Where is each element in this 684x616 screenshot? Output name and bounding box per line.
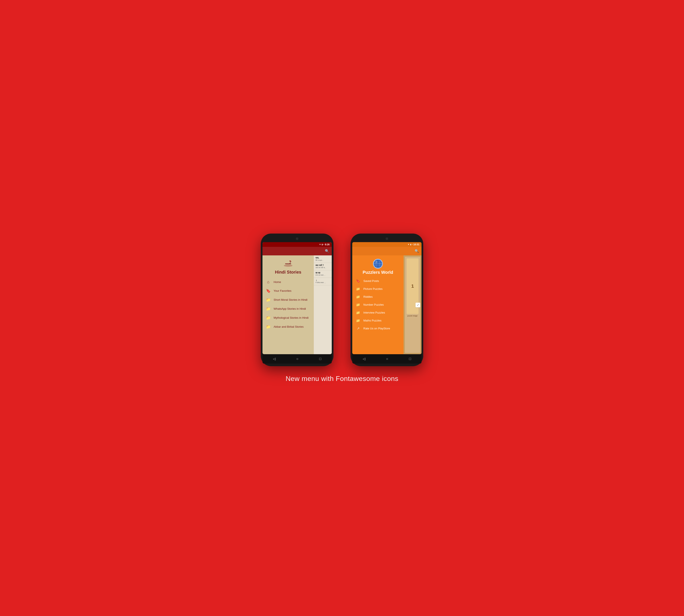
akbar-label: Akbar and Birbal Stories [274,325,303,328]
whatsapp-label: WhatsApp Stories in Hindi [274,307,306,310]
story-card-3[interactable]: का खा तना धन कल ... [314,270,332,278]
story-card-1-text: एक coupl... [316,259,330,261]
mythological-label: Mythological Stories in Hindi [274,316,309,319]
saved-posts-label: Saved Posts [363,279,379,283]
phone2-content: Puzzlers World 🔖 Saved Posts 📁 Picture P… [352,256,421,354]
wifi-icon-2: ▼ [408,243,410,245]
favorites-label: Your Favorites [274,289,291,292]
svg-rect-1 [285,264,291,264]
phone2-status-icons: ▼ ▮ ▪ [408,243,413,245]
home-icon: ⌂ [266,280,271,284]
phone2-toolbar: 🔍 [352,247,421,256]
story-card-3-title: का खा [316,272,330,274]
wifi-icon: ▼ [319,243,321,245]
drawer-item-riddles[interactable]: 📁 Riddles [352,293,404,301]
page-caption: New menu with Fontawesome icons [286,375,398,383]
drawer-item-interview[interactable]: 📁 Interview Puzzles [352,309,404,316]
phone1-status-bar: ▼ ▮ ▪ 8:26 [263,242,332,247]
story-card-2[interactable]: क्या नायें ? अब! तब सते स... [314,263,332,270]
phone2-shell: ▼ ▮ ▪ 10:31 🔍 [350,234,423,366]
puzzle-description: puzzle image [407,314,418,317]
drawer-header: Hindi Stories [263,256,314,278]
folder-icon-9: 📁 [356,318,360,323]
external-link-icon: ↗ [356,326,360,330]
story-card-2-text: अब! तब सते स... [316,267,330,269]
interview-puzzles-label: Interview Puzzles [363,311,385,314]
app-logo [283,260,293,269]
phone1-main-content: पापा, एक coupl... क्या नायें ? अब! तब सत… [314,256,332,354]
recents-button[interactable]: □ [319,357,321,361]
phone1-status-icons: ▼ ▮ ▪ [319,243,324,245]
search-icon[interactable]: 🔍 [325,249,329,253]
drawer-item-mythological[interactable]: 📁 Mythological Stories in Hindi [263,313,314,322]
home-button-2[interactable]: ○ [386,357,388,361]
phone2-nav-bar: ◁ ○ □ [352,354,421,364]
riddles-label: Riddles [363,295,372,299]
story-card-1-title: पापा, [316,257,330,259]
home-button[interactable]: ○ [296,357,298,361]
drawer-item-picture[interactable]: 📁 Picture Puzzles [352,285,404,293]
svg-point-0 [284,265,292,267]
folder-icon-4: 📁 [266,325,271,329]
battery-icon-2: ▪ [412,243,413,245]
phone1-content: Hindi Stories ⌂ Home 🔖 Your Favorites 📁 … [263,256,332,354]
rate-playstore-label: Rate Us on PlayStore [363,327,390,330]
phone2-screen: ▼ ▮ ▪ 10:31 🔍 [352,242,421,354]
drawer-item-whatsapp[interactable]: 📁 WhatsApp Stories in Hindi [263,304,314,313]
folder-icon-5: 📁 [356,287,360,291]
story-card-3-text: तना धन कल ... [316,274,330,276]
signal-icon: ▮ [322,243,323,245]
back-button[interactable]: ◁ [273,357,275,361]
drawer-item-number[interactable]: 📁 Number Puzzles [352,301,404,309]
battery-icon: ▪ [323,243,324,245]
bookmark-icon-2: 🔖 [356,279,360,283]
phone2-drawer-header: Puzzlers World [352,256,404,277]
phone1-time: 8:26 [325,243,329,246]
svg-point-9 [375,261,378,263]
drawer-item-favorites[interactable]: 🔖 Your Favorites [263,286,314,295]
drawer-item-maths[interactable]: 📁 Maths Puzzles [352,316,404,325]
folder-icon-8: 📁 [356,311,360,315]
home-label: Home [274,280,281,284]
phone1-nav-bar: ◁ ○ □ [263,354,332,364]
number-puzzles-label: Number Puzzles [363,303,384,306]
app-title: Hindi Stories [275,270,301,274]
phone2-drawer: Puzzlers World 🔖 Saved Posts 📁 Picture P… [352,256,404,354]
folder-icon-6: 📁 [356,295,360,299]
story-card-4[interactable]: । ने सोचा करता ... [314,278,332,285]
phone2-status-bar: ▼ ▮ ▪ 10:31 [352,242,421,247]
folder-icon-3: 📁 [266,315,271,320]
puzzlers-title: Puzzlers World [363,270,393,275]
story-card-1[interactable]: पापा, एक coupl... [314,256,332,263]
drawer-item-short-moral[interactable]: 📁 Short Moral Stories in Hindi [263,295,314,304]
search-icon-2[interactable]: 🔍 [415,249,419,253]
recents-button-2[interactable]: □ [409,357,411,361]
phone1-shell: ▼ ▮ ▪ 8:26 🔍 [261,234,334,366]
folder-icon-7: 📁 [356,303,360,307]
globe-logo [373,259,383,269]
folder-icon: 📁 [266,298,271,302]
drawer-item-rate[interactable]: ↗ Rate Us on PlayStore [352,325,404,332]
story-card-4-title: । [316,279,330,282]
phone2-time: 10:31 [413,243,419,246]
bookmark-icon: 🔖 [266,288,271,293]
back-button-2[interactable]: ◁ [363,357,365,361]
story-card-2-title: क्या नायें ? [316,264,330,267]
phone2-main-content: 1 puzzle image ⤢ [404,256,421,354]
picture-puzzles-label: Picture Puzzles [363,287,383,290]
phone1-drawer: Hindi Stories ⌂ Home 🔖 Your Favorites 📁 … [263,256,314,354]
drawer-item-akbar[interactable]: 📁 Akbar and Birbal Stories [263,322,314,331]
phones-container: ▼ ▮ ▪ 8:26 🔍 [261,234,423,366]
share-button[interactable]: ⤢ [415,303,420,307]
phone1-screen: ▼ ▮ ▪ 8:26 🔍 [263,242,332,354]
story-card-4-text: ने सोचा करता ... [316,282,330,284]
maths-puzzles-label: Maths Puzzles [363,319,382,322]
phone1-toolbar: 🔍 [263,247,332,256]
short-moral-label: Short Moral Stories in Hindi [274,298,307,301]
drawer-item-home[interactable]: ⌂ Home [263,278,314,286]
signal-icon-2: ▮ [410,243,411,245]
drawer-item-saved[interactable]: 🔖 Saved Posts [352,277,404,285]
folder-icon-2: 📁 [266,307,271,311]
